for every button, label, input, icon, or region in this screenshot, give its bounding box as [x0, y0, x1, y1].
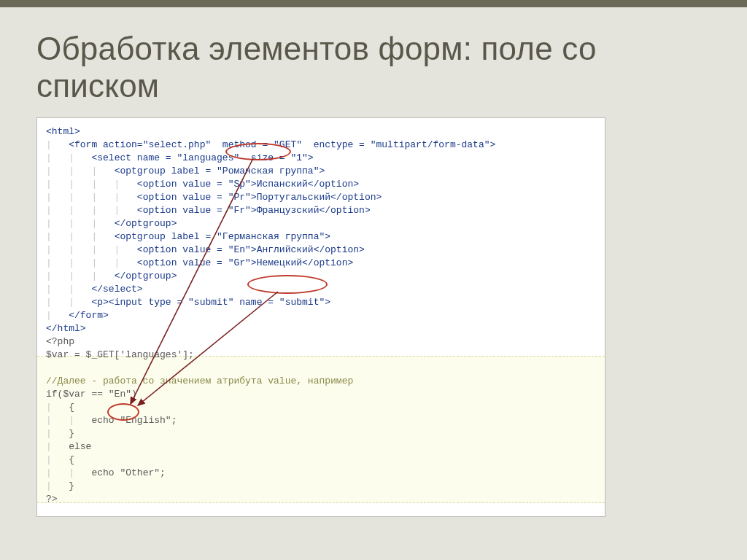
code-line: ?> — [46, 494, 58, 505]
code-line: <optgroup label = "Романская группа"> — [115, 166, 325, 176]
slide-title: Обработка элементов форм: поле со списко… — [36, 31, 711, 104]
code-line: echo "English"; — [91, 415, 177, 426]
code-line: <form action="select.php" method = "GET"… — [69, 139, 495, 150]
code-content: <html> | <form action="select.php" metho… — [46, 125, 596, 506]
code-line: if($var == "En") — [46, 389, 137, 400]
code-line: </select> — [91, 284, 142, 295]
code-line: <optgroup label = "Германская группа"> — [115, 231, 330, 242]
code-line: <option value = "Gr">Немецкий</option> — [137, 257, 353, 268]
code-line: } — [69, 481, 74, 491]
code-line: //Далее - работа со значением атрибута v… — [46, 376, 353, 386]
accent-bar — [0, 0, 747, 7]
code-line: } — [69, 428, 74, 439]
code-box: <html> | <form action="select.php" metho… — [36, 117, 605, 517]
code-line: else — [69, 441, 91, 452]
code-line: { — [69, 402, 74, 413]
code-line: $var = $_GET['languages']; — [46, 349, 194, 360]
code-line: <select name = "languages" size = "1"> — [91, 152, 313, 163]
slide: Обработка элементов форм: поле со списко… — [0, 0, 747, 560]
code-line: </html> — [46, 323, 86, 334]
code-line: </optgroup> — [115, 218, 177, 229]
code-line: </optgroup> — [115, 271, 177, 281]
code-line: echo "Other"; — [91, 467, 165, 478]
code-line: <option value = "Sp">Испанский</option> — [137, 179, 359, 190]
code-line: <p><input type = "submit" name = "submit… — [91, 297, 330, 308]
code-line: <option value = "Fr">Французский</option… — [137, 205, 371, 216]
code-line: { — [69, 454, 74, 465]
code-line: <?php — [46, 336, 74, 347]
code-line: <option value = "Pr">Португальский</opti… — [137, 192, 382, 203]
code-line: </form> — [69, 310, 109, 321]
code-line: <option value = "En">Английский</option> — [137, 244, 365, 255]
code-line: <html> — [46, 126, 80, 137]
